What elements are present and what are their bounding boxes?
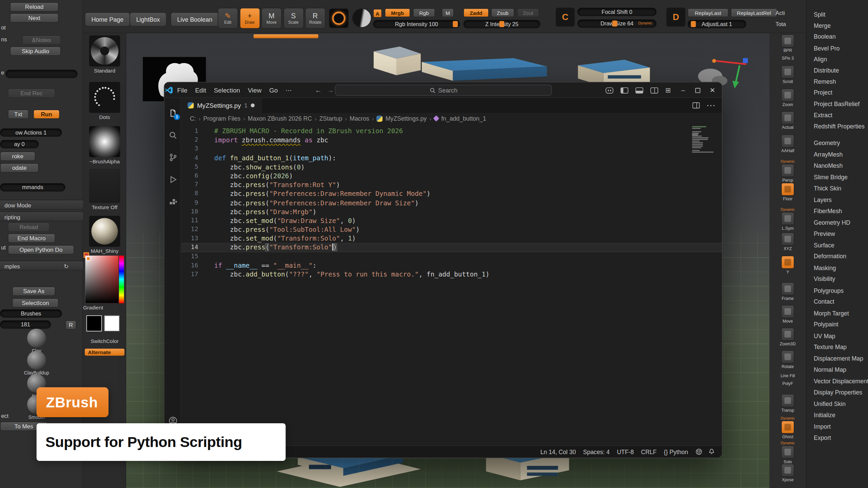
tool-action-project[interactable]: Project xyxy=(807,87,868,98)
code-line[interactable]: 8 zbc.press("Preferences:Draw:Remember D… xyxy=(181,189,722,198)
extensions-icon[interactable] xyxy=(164,193,181,210)
code-line[interactable]: 3 xyxy=(181,145,722,154)
tool-subpalette-nanomesh[interactable]: NanoMesh xyxy=(807,160,868,171)
tool-action-project-basrelief[interactable]: Project BasRelief xyxy=(807,98,868,109)
tool-subpalette-deformation[interactable]: Deformation xyxy=(807,251,868,262)
shelf-solo[interactable]: DynamicSolo xyxy=(769,441,806,464)
shelf-persp[interactable]: DynamicPersp xyxy=(769,159,806,183)
tool-action-distribute[interactable]: Distribute xyxy=(807,65,868,76)
left-brushes[interactable]: Brushes xyxy=(0,309,62,318)
left-slider[interactable] xyxy=(5,70,77,78)
tool-subpalette-normal-map[interactable]: Normal Map xyxy=(807,364,868,375)
minimap[interactable] xyxy=(692,126,716,153)
left-reload[interactable]: Reload xyxy=(8,222,50,232)
tool-subpalette-geometry-hd[interactable]: Geometry HD xyxy=(807,217,868,228)
code-line[interactable]: 2import zbrush.commands as zbc xyxy=(181,136,722,144)
tool-action-redshift-properties[interactable]: Redshift Properties xyxy=(807,121,868,132)
shelf-scroll[interactable]: Scroll xyxy=(769,65,806,84)
left-roke[interactable]: roke xyxy=(0,151,35,161)
vscode-titlebar[interactable]: FileEditSelectionViewGo⋯ ← → Search ⊞ – … xyxy=(164,82,722,98)
menu-item-item[interactable]: ⋯ xyxy=(282,84,296,96)
saturation-value-square[interactable] xyxy=(85,256,118,303)
left-mples[interactable]: mples↻ xyxy=(0,261,83,270)
tool-subpalette-visibility[interactable]: Visibility xyxy=(807,273,868,285)
search-input[interactable]: Search xyxy=(335,85,552,96)
code-line[interactable]: 13 zbc.set_mod("Transform:Solo", 1) xyxy=(181,234,722,243)
tool-action-align[interactable]: Align xyxy=(807,54,868,65)
tab-myzsettings[interactable]: MyZSettings.py 1 xyxy=(181,98,262,113)
shelf-floor[interactable]: Floor xyxy=(769,183,806,202)
strip-standard[interactable]: Standard xyxy=(83,35,126,74)
tool-subpalette-masking[interactable]: Masking xyxy=(807,262,868,273)
explorer-icon[interactable]: 1 xyxy=(164,105,181,121)
code-line[interactable]: 7 zbc.press("Transform:Rot Y") xyxy=(181,180,722,189)
breadcrumb-item[interactable]: Maxon ZBrush 2026 RC xyxy=(248,115,312,122)
shelf-line-fill[interactable]: Line Fill xyxy=(769,373,806,378)
left-181[interactable]: 181 xyxy=(0,320,51,328)
shelf-zoom3d[interactable]: Zoom3D xyxy=(769,328,806,347)
focal-shift-slider[interactable]: Focal Shift 0 xyxy=(577,8,656,16)
forward-arrow-icon[interactable]: → xyxy=(327,86,334,94)
run-debug-icon[interactable] xyxy=(164,171,181,187)
dynamic-label[interactable]: Dynamic xyxy=(638,21,652,25)
breadcrumb-item[interactable]: C: xyxy=(190,115,196,122)
hue-bar[interactable] xyxy=(119,256,124,303)
code-line[interactable]: 5 zbc.show_actions(0) xyxy=(181,163,722,171)
shelf-actual[interactable]: Actual xyxy=(769,111,806,130)
mode-move-button[interactable]: MMove xyxy=(261,8,282,29)
code-line[interactable]: 6 zbc.config(2026) xyxy=(181,171,722,180)
left-ripting[interactable]: ripting xyxy=(0,211,83,221)
zcut-button[interactable]: Zcut xyxy=(517,8,539,17)
code-line[interactable]: 14 zbc.press("Transform:Solo") xyxy=(181,243,722,252)
left-reload[interactable]: Reload xyxy=(10,2,59,12)
code-line[interactable]: 17 zbc.add_button("???", "Press to run t… xyxy=(181,270,722,279)
left-run[interactable]: Run xyxy=(33,109,60,119)
zadd-button[interactable]: Zadd xyxy=(463,8,489,17)
tool-subpalette-slime-bridge[interactable]: Slime Bridge xyxy=(807,171,868,182)
brush-thumb-claybuildup[interactable]: ClayBuildup xyxy=(17,351,57,375)
tool-subpalette-display-properties[interactable]: Display Properties xyxy=(807,387,868,398)
breadcrumb-item[interactable]: ZStartup xyxy=(319,115,342,122)
breadcrumb-item[interactable]: MyZSettings.py xyxy=(386,115,427,122)
code-line[interactable]: 11 zbc.set_mod("Draw:Draw Size", 0) xyxy=(181,216,722,225)
notifications-bell-icon[interactable] xyxy=(708,448,715,455)
replay-icon[interactable]: D xyxy=(666,7,686,27)
mode-rotate-button[interactable]: RRotate xyxy=(305,8,326,29)
shelf-spix-3[interactable]: SPix 3 xyxy=(769,55,806,61)
material-preview[interactable] xyxy=(352,8,371,27)
tool-subpalette-geometry[interactable]: Geometry xyxy=(807,137,868,148)
orange-divider-bar[interactable] xyxy=(254,34,318,38)
code-line[interactable]: 4def fn_add_button_1(item_path): xyxy=(181,154,722,162)
home-page-button[interactable]: Home Page xyxy=(85,12,130,26)
tool-subpalette-polygroups[interactable]: Polygroups xyxy=(807,285,868,296)
shelf-aahalf[interactable]: AAHalf xyxy=(769,135,806,154)
code-line[interactable]: 9 zbc.press("Preferences:Draw:Remember D… xyxy=(181,198,722,207)
left-r[interactable]: R xyxy=(65,320,77,330)
tool-subpalette-morph-target[interactable]: Morph Target xyxy=(807,307,868,319)
maximize-button[interactable] xyxy=(695,88,701,93)
tool-subpalette-export[interactable]: Export xyxy=(807,432,868,443)
mrgb-button[interactable]: Mrgb xyxy=(385,8,410,17)
shelf-l-sym[interactable]: DynamicL.Sym xyxy=(769,207,806,231)
code-line[interactable]: 1# ZBRUSH MACRO - Recorded in ZBrush ver… xyxy=(181,127,722,136)
zsub-button[interactable]: Zsub xyxy=(491,8,514,17)
m-button[interactable]: M xyxy=(442,8,454,17)
menu-item-go[interactable]: Go xyxy=(265,85,282,95)
left-end-rec[interactable]: End Rec xyxy=(8,88,55,98)
code-line[interactable]: 16if __name__ == "__main__": xyxy=(181,261,722,270)
tool-action-boolean[interactable]: Boolean xyxy=(807,31,868,42)
shelf-rotate[interactable]: Rotate xyxy=(769,350,806,369)
tool-subpalette-uv-map[interactable]: UV Map xyxy=(807,330,868,341)
tool-subpalette-vector-displacement[interactable]: Vector Displacement xyxy=(807,375,868,387)
menu-item-view[interactable]: View xyxy=(244,85,265,95)
tool-subpalette-polypaint[interactable]: Polypaint xyxy=(807,319,868,330)
tool-subpalette-arraymesh[interactable]: ArrayMesh xyxy=(807,148,868,160)
focal-shift-icon[interactable]: C xyxy=(555,7,575,27)
tool-subpalette-preview[interactable]: Preview xyxy=(807,228,868,239)
refresh-icon[interactable]: ↻ xyxy=(64,261,68,271)
status-item-crlf[interactable]: CRLF xyxy=(641,448,657,455)
alternate-button[interactable]: Alternate xyxy=(84,348,125,356)
adjust-last-slider[interactable]: AdjustLast 1 xyxy=(688,20,746,28)
code-line[interactable]: 10 zbc.press("Draw:Mrgb") xyxy=(181,207,722,216)
close-button[interactable]: ✕ xyxy=(708,86,717,94)
